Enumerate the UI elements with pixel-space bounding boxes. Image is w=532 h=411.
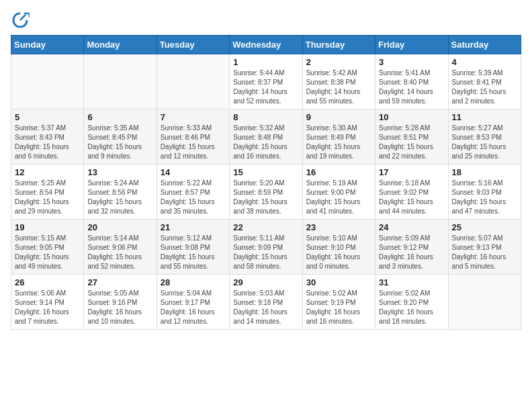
day-info: Sunrise: 5:05 AM Sunset: 9:16 PM Dayligh… (87, 289, 152, 326)
day-info: Sunrise: 5:03 AM Sunset: 9:18 PM Dayligh… (233, 289, 298, 326)
day-info: Sunrise: 5:41 AM Sunset: 8:40 PM Dayligh… (379, 68, 444, 106)
day-number: 25 (452, 222, 517, 232)
day-info: Sunrise: 5:30 AM Sunset: 8:49 PM Dayligh… (306, 124, 371, 161)
calendar-cell: 17Sunrise: 5:18 AM Sunset: 9:02 PM Dayli… (375, 165, 448, 220)
calendar-cell (157, 54, 229, 109)
day-number: 23 (306, 222, 371, 232)
day-info: Sunrise: 5:24 AM Sunset: 8:56 PM Dayligh… (87, 179, 152, 216)
calendar-cell: 8Sunrise: 5:32 AM Sunset: 8:48 PM Daylig… (230, 109, 302, 165)
day-number: 7 (161, 112, 226, 122)
day-info: Sunrise: 5:22 AM Sunset: 8:57 PM Dayligh… (161, 179, 226, 216)
calendar-cell: 25Sunrise: 5:07 AM Sunset: 9:13 PM Dayli… (448, 220, 521, 275)
day-info: Sunrise: 5:25 AM Sunset: 8:54 PM Dayligh… (15, 179, 80, 216)
day-number: 26 (15, 277, 80, 287)
calendar-week-5: 26Sunrise: 5:06 AM Sunset: 9:14 PM Dayli… (11, 275, 521, 330)
day-info: Sunrise: 5:02 AM Sunset: 9:19 PM Dayligh… (306, 289, 371, 326)
day-number: 30 (306, 277, 371, 287)
calendar-cell: 26Sunrise: 5:06 AM Sunset: 9:14 PM Dayli… (11, 275, 84, 330)
day-info: Sunrise: 5:18 AM Sunset: 9:02 PM Dayligh… (379, 179, 444, 216)
day-number: 13 (87, 167, 152, 177)
day-number: 16 (306, 167, 371, 177)
calendar-cell: 22Sunrise: 5:11 AM Sunset: 9:09 PM Dayli… (230, 220, 302, 275)
day-info: Sunrise: 5:39 AM Sunset: 8:41 PM Dayligh… (452, 68, 517, 106)
day-number: 28 (161, 277, 226, 287)
day-header-monday: Monday (84, 36, 157, 54)
calendar-cell: 15Sunrise: 5:20 AM Sunset: 8:59 PM Dayli… (230, 165, 302, 220)
day-info: Sunrise: 5:11 AM Sunset: 9:09 PM Dayligh… (233, 234, 298, 271)
day-number: 6 (87, 112, 152, 122)
calendar-cell (448, 275, 521, 330)
calendar-cell: 24Sunrise: 5:09 AM Sunset: 9:12 PM Dayli… (375, 220, 448, 275)
day-number: 19 (15, 222, 80, 232)
page-header (11, 11, 521, 30)
calendar-cell: 29Sunrise: 5:03 AM Sunset: 9:18 PM Dayli… (230, 275, 302, 330)
day-number: 20 (87, 222, 152, 232)
day-number: 3 (379, 57, 444, 67)
calendar-cell (84, 54, 157, 109)
calendar-cell: 20Sunrise: 5:14 AM Sunset: 9:06 PM Dayli… (84, 220, 157, 275)
day-header-thursday: Thursday (302, 36, 375, 54)
day-info: Sunrise: 5:06 AM Sunset: 9:14 PM Dayligh… (15, 289, 80, 326)
day-number: 22 (233, 222, 298, 232)
calendar-week-4: 19Sunrise: 5:15 AM Sunset: 9:05 PM Dayli… (11, 220, 521, 275)
day-number: 2 (306, 57, 371, 67)
calendar-header-row: SundayMondayTuesdayWednesdayThursdayFrid… (11, 36, 521, 54)
day-number: 17 (379, 167, 444, 177)
day-number: 31 (379, 277, 444, 287)
day-header-sunday: Sunday (11, 36, 84, 54)
day-info: Sunrise: 5:12 AM Sunset: 9:08 PM Dayligh… (161, 234, 226, 271)
day-info: Sunrise: 5:35 AM Sunset: 8:45 PM Dayligh… (87, 124, 152, 161)
calendar-cell: 7Sunrise: 5:33 AM Sunset: 8:46 PM Daylig… (157, 109, 229, 165)
calendar-cell (11, 54, 84, 109)
day-header-wednesday: Wednesday (230, 36, 302, 54)
calendar-cell: 1Sunrise: 5:44 AM Sunset: 8:37 PM Daylig… (230, 54, 302, 109)
day-number: 1 (233, 57, 298, 67)
day-info: Sunrise: 5:09 AM Sunset: 9:12 PM Dayligh… (379, 234, 444, 271)
day-number: 12 (15, 167, 80, 177)
calendar-cell: 14Sunrise: 5:22 AM Sunset: 8:57 PM Dayli… (157, 165, 229, 220)
calendar-cell: 28Sunrise: 5:04 AM Sunset: 9:17 PM Dayli… (157, 275, 229, 330)
day-info: Sunrise: 5:27 AM Sunset: 8:53 PM Dayligh… (452, 124, 517, 161)
calendar-cell: 31Sunrise: 5:02 AM Sunset: 9:20 PM Dayli… (375, 275, 448, 330)
day-info: Sunrise: 5:20 AM Sunset: 8:59 PM Dayligh… (233, 179, 298, 216)
day-number: 9 (306, 112, 371, 122)
day-number: 10 (379, 112, 444, 122)
day-info: Sunrise: 5:33 AM Sunset: 8:46 PM Dayligh… (161, 124, 226, 161)
day-number: 4 (452, 57, 517, 67)
day-info: Sunrise: 5:42 AM Sunset: 8:38 PM Dayligh… (306, 68, 371, 106)
calendar-week-2: 5Sunrise: 5:37 AM Sunset: 8:43 PM Daylig… (11, 109, 521, 165)
day-info: Sunrise: 5:16 AM Sunset: 9:03 PM Dayligh… (452, 179, 517, 216)
day-number: 29 (233, 277, 298, 287)
day-info: Sunrise: 5:07 AM Sunset: 9:13 PM Dayligh… (452, 234, 517, 271)
day-info: Sunrise: 5:28 AM Sunset: 8:51 PM Dayligh… (379, 124, 444, 161)
day-number: 14 (161, 167, 226, 177)
day-info: Sunrise: 5:02 AM Sunset: 9:20 PM Dayligh… (379, 289, 444, 326)
day-number: 24 (379, 222, 444, 232)
logo (11, 11, 32, 30)
calendar-cell: 19Sunrise: 5:15 AM Sunset: 9:05 PM Dayli… (11, 220, 84, 275)
calendar-cell: 21Sunrise: 5:12 AM Sunset: 9:08 PM Dayli… (157, 220, 229, 275)
calendar-cell: 9Sunrise: 5:30 AM Sunset: 8:49 PM Daylig… (302, 109, 375, 165)
day-info: Sunrise: 5:32 AM Sunset: 8:48 PM Dayligh… (233, 124, 298, 161)
day-info: Sunrise: 5:44 AM Sunset: 8:37 PM Dayligh… (233, 68, 298, 106)
day-info: Sunrise: 5:15 AM Sunset: 9:05 PM Dayligh… (15, 234, 80, 271)
day-header-saturday: Saturday (448, 36, 521, 54)
calendar-cell: 23Sunrise: 5:10 AM Sunset: 9:10 PM Dayli… (302, 220, 375, 275)
day-number: 15 (233, 167, 298, 177)
day-number: 11 (452, 112, 517, 122)
calendar-cell: 10Sunrise: 5:28 AM Sunset: 8:51 PM Dayli… (375, 109, 448, 165)
day-info: Sunrise: 5:19 AM Sunset: 9:00 PM Dayligh… (306, 179, 371, 216)
day-header-friday: Friday (375, 36, 448, 54)
calendar-cell: 16Sunrise: 5:19 AM Sunset: 9:00 PM Dayli… (302, 165, 375, 220)
day-info: Sunrise: 5:37 AM Sunset: 8:43 PM Dayligh… (15, 124, 80, 161)
day-number: 18 (452, 167, 517, 177)
calendar-cell: 6Sunrise: 5:35 AM Sunset: 8:45 PM Daylig… (84, 109, 157, 165)
day-header-tuesday: Tuesday (157, 36, 229, 54)
day-info: Sunrise: 5:10 AM Sunset: 9:10 PM Dayligh… (306, 234, 371, 271)
calendar-cell: 2Sunrise: 5:42 AM Sunset: 8:38 PM Daylig… (302, 54, 375, 109)
calendar-cell: 13Sunrise: 5:24 AM Sunset: 8:56 PM Dayli… (84, 165, 157, 220)
calendar-cell: 5Sunrise: 5:37 AM Sunset: 8:43 PM Daylig… (11, 109, 84, 165)
day-number: 8 (233, 112, 298, 122)
day-number: 27 (87, 277, 152, 287)
calendar-table: SundayMondayTuesdayWednesdayThursdayFrid… (11, 35, 521, 330)
